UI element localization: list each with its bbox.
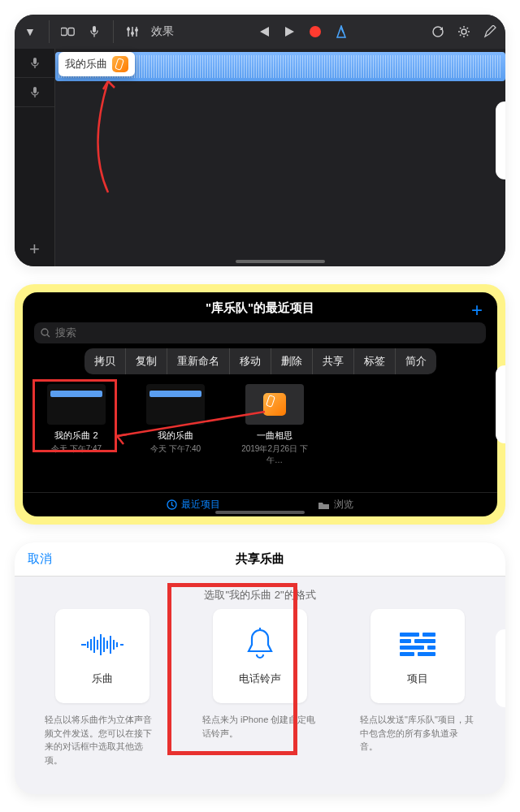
- share-header: 取消 共享乐曲: [15, 542, 505, 577]
- option-project[interactable]: 项目 轻点以发送"库乐队"项目，其中包含您的所有多轨道录音。: [357, 609, 479, 767]
- file-item[interactable]: 我的乐曲 今天 下午7:40: [140, 384, 211, 466]
- loop-icon[interactable]: [431, 24, 445, 39]
- rewind-icon[interactable]: [256, 26, 271, 37]
- bottom-tabs: 最近项目 浏览: [23, 492, 497, 512]
- ctx-duplicate[interactable]: 复制: [126, 348, 167, 374]
- mic-icon[interactable]: [87, 25, 102, 38]
- track-view-icon[interactable]: [61, 26, 76, 37]
- timeline-body[interactable]: 我的乐曲: [55, 49, 505, 266]
- fx-button[interactable]: 效果: [151, 24, 174, 39]
- svg-point-8: [462, 29, 466, 34]
- tracks-icon: [400, 626, 436, 663]
- annotation-highlight-box: [167, 583, 297, 755]
- track-2-mic-icon[interactable]: [15, 78, 54, 107]
- svg-rect-10: [33, 87, 37, 93]
- garageband-app-icon: [112, 56, 128, 72]
- file-thumbnail: [245, 384, 304, 425]
- annotation-highlight-box: [32, 379, 117, 452]
- search-placeholder: 搜索: [55, 326, 76, 340]
- tracks-column: +: [15, 49, 55, 266]
- record-icon[interactable]: [308, 26, 323, 37]
- edit-icon[interactable]: [483, 25, 497, 38]
- metronome-icon[interactable]: [334, 25, 349, 38]
- svg-point-3: [127, 28, 130, 31]
- ctx-share[interactable]: 共享: [313, 348, 354, 374]
- svg-rect-2: [93, 26, 96, 32]
- home-indicator: [215, 511, 305, 514]
- play-icon[interactable]: [282, 26, 297, 37]
- context-menu: 拷贝 复制 重新命名 移动 删除 共享 标签 简介: [84, 348, 436, 374]
- files-grid: 我的乐曲 2 今天 下午7:47 我的乐曲 今天 下午7:40 一曲相思 201…: [34, 384, 486, 466]
- tab-browse[interactable]: 浏览: [318, 498, 353, 512]
- svg-rect-32: [400, 652, 414, 656]
- ctx-delete[interactable]: 删除: [271, 348, 313, 374]
- garageband-editor-panel: ▼ 效果: [15, 15, 505, 266]
- ctx-rename[interactable]: 重新命名: [167, 348, 230, 374]
- svg-point-11: [41, 329, 48, 335]
- svg-line-12: [47, 335, 50, 337]
- annotation-arrow: [72, 75, 128, 197]
- share-sheet-panel: 取消 共享乐曲 选取"我的乐曲 2"的格式 乐曲 轻点以将乐曲作为立体声音频文件…: [15, 542, 505, 794]
- svg-point-5: [135, 28, 138, 32]
- ctx-move[interactable]: 移动: [230, 348, 271, 374]
- svg-rect-28: [400, 639, 411, 643]
- svg-rect-29: [414, 639, 436, 643]
- file-thumbnail: [146, 384, 205, 425]
- ctx-info[interactable]: 简介: [396, 348, 436, 374]
- share-title: 共享乐曲: [236, 551, 284, 567]
- settings-icon[interactable]: [457, 24, 471, 39]
- svg-rect-30: [400, 646, 424, 650]
- svg-rect-9: [33, 58, 37, 64]
- browser-title: "库乐队"的最近项目 +: [34, 300, 486, 316]
- svg-rect-27: [422, 633, 436, 637]
- svg-point-4: [131, 32, 134, 35]
- add-track-button[interactable]: +: [15, 232, 54, 266]
- song-title-popup[interactable]: 我的乐曲: [58, 52, 135, 76]
- svg-rect-1: [68, 28, 74, 36]
- svg-rect-33: [418, 652, 436, 656]
- sliders-icon[interactable]: [125, 25, 140, 38]
- file-item[interactable]: 一曲相思 2019年2月26日 下午…: [239, 384, 310, 466]
- share-options: 乐曲 轻点以将乐曲作为立体声音频文件发送。您可以在接下来的对话框中选取其他选项。…: [15, 609, 505, 767]
- svg-rect-0: [61, 28, 67, 36]
- cancel-button[interactable]: 取消: [28, 551, 52, 567]
- add-button[interactable]: +: [471, 299, 483, 322]
- track-1-mic-icon[interactable]: [15, 49, 54, 78]
- option-song[interactable]: 乐曲 轻点以将乐曲作为立体声音频文件发送。您可以在接下来的对话框中选取其他选项。: [41, 609, 163, 767]
- files-browser-panel: "库乐队"的最近项目 + 搜索 拷贝 复制 重新命名 移动 删除 共享 标签 简…: [15, 284, 505, 525]
- dropdown-icon[interactable]: ▼: [23, 25, 37, 38]
- tab-recent[interactable]: 最近项目: [167, 498, 220, 512]
- ctx-tags[interactable]: 标签: [354, 348, 396, 374]
- editor-toolbar: ▼ 效果: [15, 15, 505, 49]
- ctx-copy[interactable]: 拷贝: [84, 348, 126, 374]
- search-input[interactable]: 搜索: [34, 322, 486, 343]
- svg-rect-26: [400, 633, 419, 637]
- waveform-icon: [80, 626, 125, 663]
- svg-rect-31: [427, 646, 436, 650]
- home-indicator: [236, 260, 325, 263]
- song-title-text: 我的乐曲: [65, 57, 107, 71]
